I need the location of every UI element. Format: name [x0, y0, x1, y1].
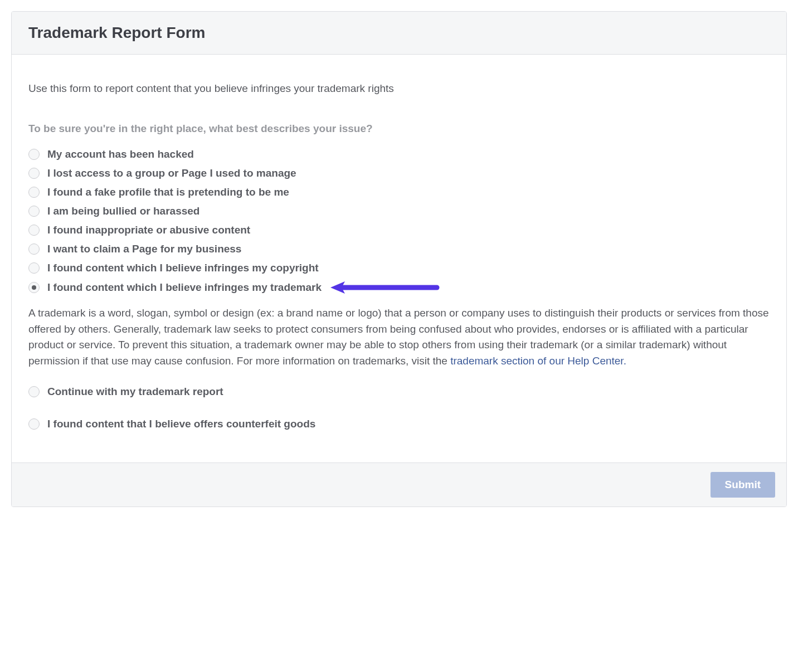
radio-label: Continue with my trademark report — [47, 386, 223, 398]
radio-option-trademark[interactable]: I found content which I believe infringe… — [28, 277, 770, 298]
radio-label: I found a fake profile that is pretendin… — [47, 186, 289, 198]
radio-icon — [28, 418, 40, 430]
panel-header: Trademark Report Form — [12, 12, 786, 55]
radio-icon — [28, 168, 40, 179]
radio-option-inappropriate[interactable]: I found inappropriate or abusive content — [28, 221, 770, 240]
radio-option-bullied[interactable]: I am being bullied or harassed — [28, 202, 770, 221]
radio-icon — [28, 187, 40, 198]
radio-label: I found inappropriate or abusive content — [47, 224, 250, 236]
arrow-left-icon — [328, 281, 440, 294]
radio-icon — [28, 149, 40, 160]
radio-option-fake-profile[interactable]: I found a fake profile that is pretendin… — [28, 183, 770, 202]
radio-option-claim-page[interactable]: I want to claim a Page for my business — [28, 240, 770, 259]
panel-footer: Submit — [12, 462, 786, 507]
radio-option-continue[interactable]: Continue with my trademark report — [28, 381, 770, 402]
radio-label: I lost access to a group or Page I used … — [47, 167, 296, 179]
radio-icon — [28, 244, 40, 255]
radio-icon — [28, 282, 40, 293]
submit-button[interactable]: Submit — [711, 472, 775, 498]
radio-option-lost-access[interactable]: I lost access to a group or Page I used … — [28, 164, 770, 183]
radio-label: I found content which I believe infringe… — [47, 262, 319, 274]
issue-radio-group: My account has been hacked I lost access… — [28, 145, 770, 298]
report-form-panel: Trademark Report Form Use this form to r… — [11, 11, 787, 507]
radio-label: I want to claim a Page for my business — [47, 243, 241, 255]
radio-label: I am being bullied or harassed — [47, 205, 199, 217]
intro-text: Use this form to report content that you… — [28, 82, 770, 95]
radio-label: I found content which I believe infringe… — [47, 281, 322, 294]
question-text: To be sure you're in the right place, wh… — [28, 123, 770, 135]
radio-option-copyright[interactable]: I found content which I believe infringe… — [28, 259, 770, 277]
description-text: A trademark is a word, slogan, symbol or… — [28, 307, 769, 367]
radio-icon — [28, 262, 40, 274]
help-center-link[interactable]: trademark section of our Help Center. — [450, 355, 626, 367]
radio-label: I found content that I believe offers co… — [47, 418, 315, 430]
radio-icon — [28, 386, 40, 397]
radio-label: My account has been hacked — [47, 148, 194, 160]
radio-option-hacked[interactable]: My account has been hacked — [28, 145, 770, 164]
radio-icon — [28, 225, 40, 236]
trademark-description: A trademark is a word, slogan, symbol or… — [28, 305, 770, 369]
page-title: Trademark Report Form — [28, 24, 770, 42]
radio-icon — [28, 206, 40, 217]
radio-option-counterfeit[interactable]: I found content that I believe offers co… — [28, 413, 770, 435]
panel-body: Use this form to report content that you… — [12, 55, 786, 462]
